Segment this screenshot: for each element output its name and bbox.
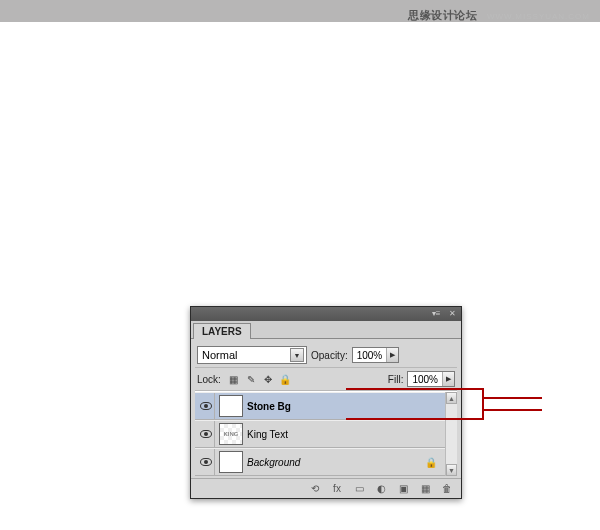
blend-mode-value: Normal (202, 349, 237, 361)
tab-layers[interactable]: LAYERS (193, 323, 251, 339)
link-icon[interactable]: ⟲ (307, 482, 323, 496)
trash-icon[interactable]: 🗑 (439, 482, 455, 496)
blend-opacity-row: Normal ▼ Opacity: 100% ▶ (195, 343, 457, 368)
opacity-label: Opacity: (311, 350, 348, 361)
eye-icon (200, 402, 212, 410)
layer-thumbnail[interactable] (219, 451, 243, 473)
new-layer-icon[interactable]: ▦ (417, 482, 433, 496)
annotation-arrow (346, 418, 482, 420)
fill-label: Fill: (388, 374, 404, 385)
panel-close-icon[interactable]: ✕ (447, 310, 457, 318)
annotation-arrow (482, 409, 542, 411)
layer-name-label: Background (247, 457, 300, 468)
lock-icons-group: ▦ ✎ ✥ 🔒 (227, 372, 292, 386)
panel-menu-icon[interactable]: ▾≡ (431, 310, 441, 318)
layers-panel: ▾≡ ✕ LAYERS Normal ▼ Opacity: 100% ▶ Loc… (190, 306, 462, 499)
layer-thumbnail[interactable] (219, 395, 243, 417)
annotation-connector (482, 388, 484, 420)
panel-titlebar: ▾≡ ✕ (191, 307, 461, 321)
fill-arrow-icon[interactable]: ▶ (442, 372, 454, 386)
layer-row[interactable]: Background 🔒 (195, 448, 457, 476)
scroll-down-icon[interactable]: ▼ (446, 464, 457, 476)
eye-icon (200, 430, 212, 438)
layer-row[interactable]: Stone Bg (195, 392, 457, 420)
group-icon[interactable]: ▣ (395, 482, 411, 496)
lock-position-icon[interactable]: ✥ (261, 372, 275, 386)
fx-icon[interactable]: fx (329, 482, 345, 496)
scroll-up-icon[interactable]: ▲ (446, 392, 457, 404)
fill-value: 100% (408, 374, 442, 385)
fill-input[interactable]: 100% ▶ (407, 371, 455, 387)
lock-transparency-icon[interactable]: ▦ (227, 372, 241, 386)
blend-mode-select[interactable]: Normal ▼ (197, 346, 307, 364)
layer-name-label: King Text (247, 429, 288, 440)
layer-name-label: Stone Bg (247, 401, 291, 412)
opacity-input[interactable]: 100% ▶ (352, 347, 400, 363)
panel-body: Normal ▼ Opacity: 100% ▶ Lock: ▦ ✎ ✥ 🔒 F… (191, 339, 461, 478)
lock-all-icon[interactable]: 🔒 (278, 372, 292, 386)
chevron-down-icon[interactable]: ▼ (290, 348, 304, 362)
mask-icon[interactable]: ▭ (351, 482, 367, 496)
watermark-cn: 思缘设计论坛 (408, 9, 477, 21)
annotation-arrow (346, 388, 482, 390)
visibility-toggle[interactable] (197, 449, 215, 475)
visibility-toggle[interactable] (197, 393, 215, 419)
tab-label: LAYERS (202, 326, 242, 337)
lock-icon: 🔒 (425, 457, 437, 468)
annotation-arrow (482, 397, 542, 399)
opacity-value: 100% (353, 350, 387, 361)
panel-tabs: LAYERS (191, 321, 461, 339)
scrollbar[interactable]: ▲ ▼ (445, 392, 457, 476)
opacity-arrow-icon[interactable]: ▶ (386, 348, 398, 362)
watermark: 思缘设计论坛 WWW.MISSYUAN.COM (408, 8, 590, 23)
lock-pixels-icon[interactable]: ✎ (244, 372, 258, 386)
layer-row[interactable]: King Text (195, 420, 457, 448)
eye-icon (200, 458, 212, 466)
panel-footer: ⟲ fx ▭ ◐ ▣ ▦ 🗑 (191, 478, 461, 498)
lock-label: Lock: (197, 374, 221, 385)
layers-list: ▲ ▼ Stone Bg King Text (195, 391, 457, 476)
watermark-url: WWW.MISSYUAN.COM (487, 12, 590, 21)
layer-thumbnail[interactable] (219, 423, 243, 445)
adjust-icon[interactable]: ◐ (373, 482, 389, 496)
visibility-toggle[interactable] (197, 421, 215, 447)
